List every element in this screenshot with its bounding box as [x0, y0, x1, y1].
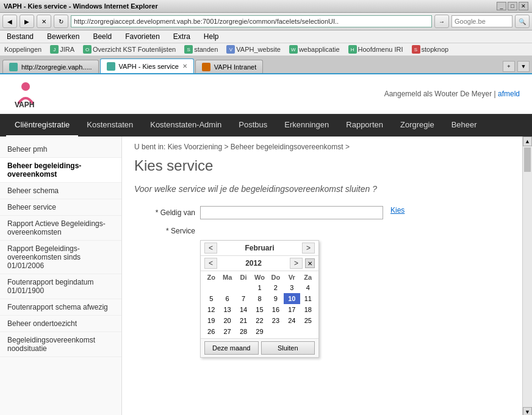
stop-button[interactable]: ✕: [37, 15, 51, 28]
search-bar[interactable]: [451, 15, 512, 27]
calendar-prev-year[interactable]: <: [204, 258, 217, 269]
fav-webapplicatie[interactable]: W webapplicatie: [287, 44, 342, 54]
menu-bewerken[interactable]: Bewerken: [45, 32, 81, 41]
cal-day-2[interactable]: 2: [268, 282, 284, 293]
fav-overzicht[interactable]: O Overzicht KST Foutenlijsten: [81, 44, 178, 54]
cal-day-12[interactable]: 12: [203, 304, 219, 315]
tab-controls: + ▼: [503, 61, 530, 73]
fav-koppelingen[interactable]: Koppelingen: [2, 45, 43, 54]
sidebar-item-foutenrapport-schema[interactable]: Foutenrapport schema afwezig: [0, 299, 121, 316]
sidebar-item-rapport-begeleidings[interactable]: Rapport Begeleidings-overeenkomsten sind…: [0, 241, 121, 274]
sidebar-item-beheer-pmh[interactable]: Beheer pmh: [0, 141, 121, 158]
cal-day-24[interactable]: 24: [284, 315, 300, 326]
calendar-week-2: 5 6 7 8 9 10 11: [203, 293, 316, 304]
cal-day-17[interactable]: 17: [284, 304, 300, 315]
refresh-button[interactable]: ↻: [54, 15, 68, 28]
sluiten-button[interactable]: Sluiten: [261, 341, 315, 355]
logout-link[interactable]: afmeld: [498, 90, 520, 98]
cal-day-26[interactable]: 26: [203, 326, 219, 337]
back-button[interactable]: ◀: [2, 15, 17, 28]
menu-beeld[interactable]: Beeld: [91, 32, 113, 41]
deze-maand-button[interactable]: Deze maand: [204, 341, 259, 355]
scroll-down-arrow[interactable]: ▼: [523, 407, 532, 415]
cal-day-23[interactable]: 23: [268, 315, 284, 326]
sidebar-item-foutenrapport-begindatum[interactable]: Foutenrapport begindatum 01/01/1900: [0, 274, 121, 299]
cal-day-20[interactable]: 20: [219, 315, 235, 326]
sidebar-item-beheer-schema[interactable]: Beheer schema: [0, 183, 121, 199]
nav-rapporten[interactable]: Rapporten: [337, 114, 392, 137]
cal-day-18[interactable]: 18: [300, 304, 316, 315]
cal-day-21[interactable]: 21: [235, 315, 251, 326]
calendar-close-button[interactable]: ✕: [305, 258, 315, 268]
cal-day-4[interactable]: 4: [300, 282, 316, 293]
sidebar-item-beheer-begeleidings-overeenkomst[interactable]: Beheer begeleidings-overeenkomst: [0, 158, 121, 183]
nav-erkenningen[interactable]: Erkenningen: [276, 114, 337, 137]
nav-beheer[interactable]: Beheer: [443, 114, 486, 137]
tab-close-button[interactable]: ✕: [182, 63, 187, 69]
cal-day-3[interactable]: 3: [284, 282, 300, 293]
search-button[interactable]: 🔍: [515, 15, 530, 28]
cal-day-10[interactable]: 10: [284, 293, 300, 304]
fav-vaph-website[interactable]: V VAPH_website: [225, 44, 282, 54]
cal-day-8[interactable]: 8: [251, 293, 267, 304]
fav-hoofdmenu[interactable]: H Hoofdmenu IRI: [347, 44, 405, 54]
cal-day-5[interactable]: 5: [203, 293, 219, 304]
cal-day-11[interactable]: 11: [300, 293, 316, 304]
cal-day-25[interactable]: 25: [300, 315, 316, 326]
cal-day-6[interactable]: 6: [219, 293, 235, 304]
cal-day-22[interactable]: 22: [251, 315, 267, 326]
vertical-scrollbar[interactable]: ▲ ▼: [522, 137, 532, 415]
maximize-button[interactable]: □: [508, 2, 517, 10]
tab-list-button[interactable]: ▼: [517, 61, 530, 72]
kies-link[interactable]: Kies: [390, 206, 404, 215]
fav-stopknop[interactable]: S stopknop: [410, 44, 451, 54]
cal-day-27[interactable]: 27: [219, 326, 235, 337]
sidebar-item-begeleidingsovereenkomst-noodsituatie[interactable]: Begeleidingsovereenkomst noodsituatie: [0, 332, 121, 357]
tab-zorgregie[interactable]: http://zorgregie.vaph.....: [2, 60, 99, 73]
geldig-van-label: * Geldig van: [134, 206, 195, 217]
sidebar-item-beheer-service[interactable]: Beheer service: [0, 199, 121, 216]
nav-kostenstaten[interactable]: Kostenstaten: [78, 114, 142, 137]
cal-day-13[interactable]: 13: [219, 304, 235, 315]
menu-help[interactable]: Help: [202, 32, 221, 41]
sidebar-item-rapport-actieve[interactable]: Rapport Actieve Begeleidings-overeenkoms…: [0, 216, 121, 241]
tab-new-button[interactable]: +: [503, 61, 515, 72]
cal-day-9[interactable]: 9: [268, 293, 284, 304]
nav-zorgregie[interactable]: Zorgregie: [392, 114, 443, 137]
cal-day-28[interactable]: 28: [235, 326, 251, 337]
cal-day-1[interactable]: 1: [251, 282, 267, 293]
tab-vaph-intranet[interactable]: VAPH Intranet: [195, 60, 264, 73]
cal-day-29[interactable]: 29: [251, 326, 267, 337]
calendar-next-month[interactable]: >: [302, 243, 315, 254]
tab-vaph-kies-service[interactable]: VAPH - Kies service ✕: [100, 59, 194, 73]
nav-kostenstaten-admin[interactable]: Kostenstaten-Admin: [142, 114, 230, 137]
go-button[interactable]: →: [434, 15, 449, 28]
page-subtitle: Voor welke service wil je de begeleiding…: [134, 184, 510, 194]
forward-button[interactable]: ▶: [20, 15, 34, 28]
cal-day-7[interactable]: 7: [235, 293, 251, 304]
tab-zorgregie-label: http://zorgregie.vaph.....: [21, 63, 92, 71]
cal-day-14[interactable]: 14: [235, 304, 251, 315]
window-controls[interactable]: _ □ ✕: [497, 2, 528, 10]
fav-standen[interactable]: S standen: [182, 44, 220, 54]
calendar-month-row: < Februari >: [201, 241, 318, 256]
minimize-button[interactable]: _: [497, 2, 506, 10]
cal-day-15[interactable]: 15: [251, 304, 267, 315]
menu-favorieten[interactable]: Favorieten: [123, 32, 162, 41]
address-bar[interactable]: [71, 15, 432, 27]
sidebar-item-beheer-ondertoezicht[interactable]: Beheer ondertoezicht: [0, 316, 121, 332]
calendar-prev-month[interactable]: <: [204, 243, 217, 254]
menu-extra[interactable]: Extra: [171, 32, 192, 41]
nav-clientregistratie[interactable]: Cliëntregistratie: [6, 114, 78, 137]
calendar-next-year[interactable]: >: [290, 258, 303, 269]
scroll-thumb-v[interactable]: [524, 147, 531, 172]
fav-jira[interactable]: J JIRA: [48, 44, 76, 54]
breadcrumb: U bent in: Kies Voorziening > Beheer beg…: [134, 143, 510, 151]
cal-day-16[interactable]: 16: [268, 304, 284, 315]
cal-day-19[interactable]: 19: [203, 315, 219, 326]
scroll-up-arrow[interactable]: ▲: [523, 137, 532, 146]
close-button[interactable]: ✕: [519, 2, 528, 10]
nav-postbus[interactable]: Postbus: [230, 114, 276, 137]
geldig-van-input[interactable]: [200, 206, 383, 219]
menu-bestand[interactable]: Bestand: [5, 32, 35, 41]
